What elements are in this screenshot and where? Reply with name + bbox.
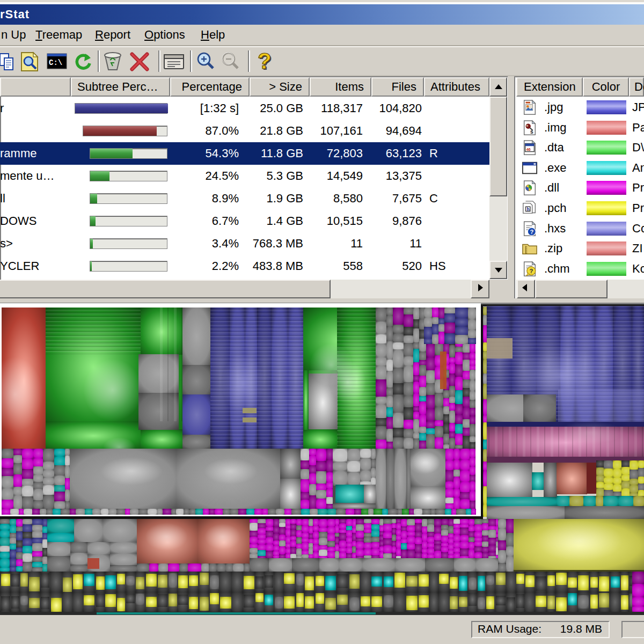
- svg-text:?: ?: [258, 48, 272, 74]
- svg-text:46: 46: [526, 147, 530, 152]
- svg-text:s: s: [530, 129, 533, 135]
- svg-text:h: h: [526, 207, 529, 212]
- svg-text:C:\: C:\: [49, 58, 62, 67]
- svg-text:?: ?: [530, 268, 533, 274]
- svg-text:?: ?: [530, 229, 533, 235]
